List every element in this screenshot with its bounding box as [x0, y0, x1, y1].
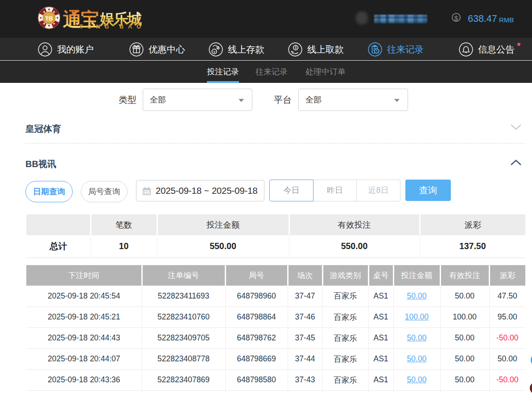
svg-text:$: $	[295, 45, 297, 50]
svg-text:¥: ¥	[213, 50, 215, 54]
svg-text:TB: TB	[45, 15, 53, 22]
